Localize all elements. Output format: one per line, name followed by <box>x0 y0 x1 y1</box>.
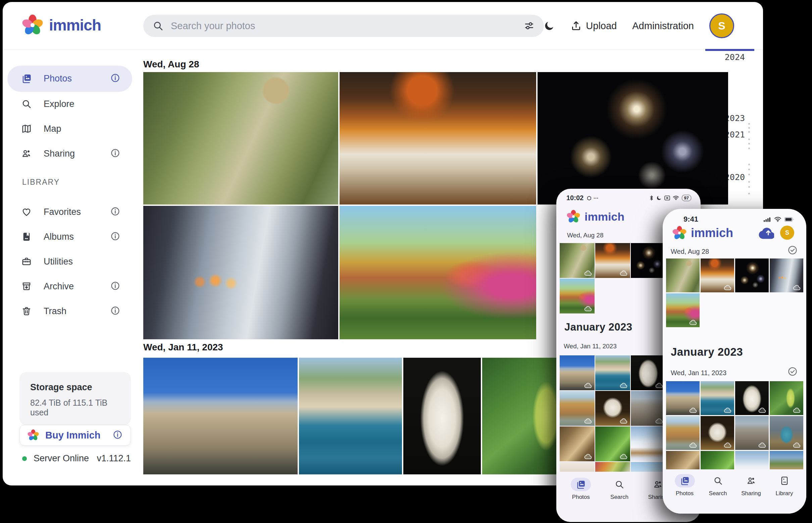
thumb-autumn-dinner-table[interactable] <box>701 258 734 292</box>
photo-fortress-walls-cars[interactable] <box>143 358 298 474</box>
photo-coastal-fort-sea[interactable] <box>299 358 402 474</box>
thumb-holding-hands-dusk[interactable] <box>770 258 803 292</box>
storage-usage-text: 82.4 TiB of 115.1 TiB used <box>30 398 120 417</box>
info-icon[interactable] <box>110 148 120 159</box>
info-icon[interactable] <box>110 231 120 242</box>
cloud-sync-badge-icon <box>584 271 592 276</box>
cloud-sync-badge-icon <box>758 408 766 413</box>
server-online-dot <box>22 456 27 461</box>
server-status-label: Server Online <box>34 453 89 464</box>
buy-immich-button[interactable]: Buy Immich <box>19 425 131 446</box>
nav-item-photos[interactable]: Photos <box>668 474 701 513</box>
app-logo[interactable]: immich <box>21 14 101 36</box>
photo-autumn-park-path[interactable] <box>340 206 536 339</box>
sidebar-item-utilities[interactable]: Utilities <box>3 251 136 272</box>
thumb-sky-partial[interactable] <box>631 462 666 472</box>
select-all-check-icon[interactable] <box>788 245 798 255</box>
info-icon[interactable] <box>113 430 122 441</box>
sidebar-item-map[interactable]: Map <box>3 118 136 140</box>
theme-toggle-button[interactable] <box>543 20 555 32</box>
sidebar-item-label: Map <box>44 124 62 134</box>
toolbox-icon <box>21 256 32 267</box>
thumb-autumn-park-path[interactable] <box>560 278 594 313</box>
sidebar-item-sharing[interactable]: Sharing <box>3 143 136 164</box>
cloud-sync-badge-icon <box>724 408 732 413</box>
thumb-snowy-village[interactable] <box>631 427 666 461</box>
timeline-tick <box>748 164 750 165</box>
thumb-fireworks-night[interactable] <box>631 243 666 278</box>
thumb-marble-bust[interactable] <box>735 381 769 415</box>
thumb-monkeys-at-zoo[interactable] <box>560 243 594 278</box>
info-icon[interactable] <box>110 206 120 218</box>
sidebar-item-archive[interactable]: Archive <box>3 275 136 297</box>
thumb-coastal-fort-sea[interactable] <box>595 355 630 390</box>
archive-icon <box>21 281 32 291</box>
thumb-autumn-park-path[interactable] <box>666 293 699 327</box>
photo-marble-bust[interactable] <box>403 358 481 474</box>
thumb-sea-grapes-plant[interactable] <box>770 381 803 415</box>
thumb-beach-cliff[interactable] <box>666 416 699 450</box>
info-icon[interactable] <box>110 73 120 84</box>
sidebar-item-albums[interactable]: Albums <box>3 226 136 248</box>
photo-fireworks-night[interactable] <box>537 72 728 204</box>
thumb-coastal-fort-sea[interactable] <box>701 381 734 415</box>
heart-icon <box>21 207 32 217</box>
info-icon[interactable] <box>110 281 120 292</box>
header-actions: Upload Administration S <box>543 2 734 50</box>
photo-holding-hands-dusk[interactable] <box>143 206 338 339</box>
thumb-white-rock-sculpture[interactable] <box>701 416 734 450</box>
thumb-white-rock-sculpture[interactable] <box>595 391 630 426</box>
thumb-castle-ruins[interactable] <box>735 416 769 450</box>
more-notifications-icon: ⋯ <box>593 195 598 201</box>
cloud-sync-badge-icon <box>758 443 766 448</box>
thumb-beach-cliff[interactable] <box>560 391 594 426</box>
thumb-monkeys-at-zoo[interactable] <box>666 258 699 292</box>
thumb-partial[interactable] <box>560 462 594 472</box>
timeline-tick <box>748 147 750 149</box>
sidebar-item-explore[interactable]: Explore <box>3 93 136 115</box>
search-input[interactable] <box>171 20 516 32</box>
thumb-cupcake-stand[interactable] <box>770 416 803 450</box>
thumb-fortress-walls-cars[interactable] <box>560 355 594 390</box>
trash-icon <box>21 306 32 316</box>
user-avatar[interactable]: S <box>709 13 734 38</box>
thumb-castle-ruins[interactable] <box>631 391 666 426</box>
photo-autumn-dinner-table[interactable] <box>340 72 536 204</box>
thumb-textile-partial[interactable] <box>595 462 630 472</box>
sidebar-item-photos[interactable]: Photos <box>3 68 136 89</box>
search-filter-icon[interactable] <box>524 20 535 31</box>
thumb-lizard-on-moss[interactable] <box>595 427 630 461</box>
select-day-check-icon[interactable] <box>788 366 798 377</box>
timeline-scrubber-bar[interactable] <box>705 49 754 51</box>
thumb-autumn-dinner-table[interactable] <box>595 243 630 278</box>
app-logo-text: immich <box>49 16 101 34</box>
nav-label: Library <box>776 490 793 497</box>
nav-item-photos[interactable]: Photos <box>562 478 600 522</box>
server-status-row: Server Online v1.112.1 <box>22 453 131 464</box>
thumb-lizard-on-leaves[interactable] <box>560 427 594 461</box>
administration-link[interactable]: Administration <box>632 20 694 32</box>
timeline-tick <box>748 139 750 140</box>
cloud-sync-badge-icon <box>689 443 697 448</box>
nav-item-library[interactable]: Library <box>768 474 801 513</box>
info-icon[interactable] <box>110 306 120 317</box>
sidebar-item-label: Favorites <box>44 207 81 217</box>
app-logo-text: immich <box>691 226 733 240</box>
nav-item-sharing[interactable]: Sharing <box>735 474 768 513</box>
upload-button[interactable]: Upload <box>570 20 617 32</box>
search-bar[interactable] <box>143 15 544 37</box>
header-divider <box>3 50 763 50</box>
backup-cloud-icon[interactable] <box>758 228 774 240</box>
storage-space-card: Storage space 82.4 TiB of 115.1 TiB used <box>19 372 131 425</box>
nav-item-search[interactable]: Search <box>600 478 639 522</box>
thumb-fireworks-night[interactable] <box>735 258 769 292</box>
immich-logo-icon <box>27 429 39 441</box>
user-avatar[interactable]: S <box>780 226 794 240</box>
photo-monkeys-at-zoo[interactable] <box>143 72 338 204</box>
nav-item-search[interactable]: Search <box>701 474 735 513</box>
sidebar-item-trash[interactable]: Trash <box>3 301 136 322</box>
sidebar-item-favorites[interactable]: Favorites <box>3 201 136 222</box>
thumb-marble-bust[interactable] <box>631 355 666 390</box>
timeline-year-2024[interactable]: 2024 <box>705 52 745 62</box>
thumb-fortress-walls-cars[interactable] <box>666 381 699 415</box>
